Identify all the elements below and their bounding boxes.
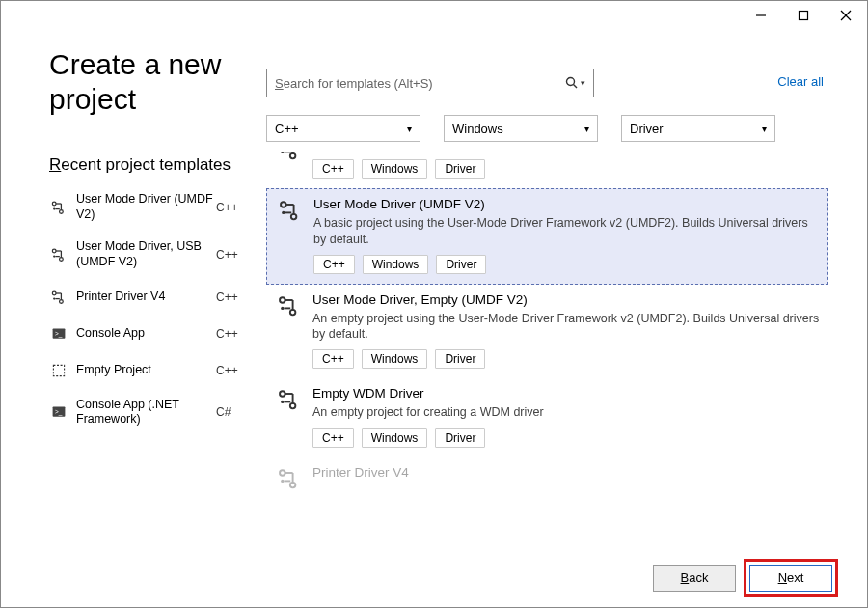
template-result[interactable]: Empty WDM DriverAn empty project for cre…: [266, 378, 828, 456]
chevron-down-icon: ▾: [584, 124, 589, 134]
template-tag: Windows: [363, 255, 429, 274]
page-title: Create a new project: [49, 47, 247, 117]
recent-template-label: Empty Project: [76, 363, 216, 378]
svg-text:>_: >_: [55, 329, 63, 337]
svg-point-32: [290, 153, 296, 159]
svg-point-53: [280, 470, 285, 476]
recent-template-item[interactable]: >_Console App (.NET Framework)C#: [49, 398, 247, 428]
template-tag: Driver: [435, 428, 485, 448]
chevron-down-icon: ▾: [407, 124, 412, 134]
svg-point-57: [281, 479, 284, 482]
template-description: An empty project for creating a WDM driv…: [312, 404, 823, 420]
driver-icon: [49, 245, 68, 264]
svg-point-45: [281, 306, 284, 309]
search-input[interactable]: Search for templates (Alt+S) ▾: [266, 69, 594, 97]
driver-icon: [273, 197, 308, 274]
minimize-button[interactable]: [740, 5, 782, 26]
template-description: A basic project using the User-Mode Driv…: [313, 215, 822, 247]
driver-icon: [49, 288, 68, 307]
template-result[interactable]: drivers by default.C++WindowsDriver: [266, 152, 828, 188]
titlebar: [1, 1, 867, 30]
recent-template-label: User Mode Driver, USB (UMDF V2): [76, 239, 216, 269]
driver-icon: [272, 465, 307, 490]
svg-point-35: [281, 202, 286, 207]
template-tag: C++: [312, 428, 354, 448]
recent-template-item[interactable]: User Mode Driver, USB (UMDF V2)C++: [49, 239, 247, 269]
svg-point-19: [60, 299, 64, 303]
empty-icon: [49, 361, 68, 380]
next-button[interactable]: Next: [749, 565, 832, 592]
svg-rect-1: [800, 12, 808, 20]
driver-icon: [49, 198, 68, 217]
svg-point-38: [291, 214, 297, 220]
next-button-highlight: Next: [744, 559, 838, 597]
recent-template-item[interactable]: User Mode Driver (UMDF V2)C++: [49, 192, 247, 222]
language-filter[interactable]: C++ ▾: [266, 115, 420, 142]
template-result[interactable]: Printer Driver V4: [266, 457, 828, 500]
driver-icon: [272, 292, 307, 370]
svg-point-7: [60, 209, 64, 213]
dialog: Create a new project Recent project temp…: [0, 0, 868, 608]
recent-template-lang: C++: [216, 327, 247, 341]
recent-templates-header: Recent project templates: [49, 155, 247, 175]
template-tag: Driver: [435, 349, 485, 369]
driver-icon: [272, 152, 307, 179]
recent-template-lang: C++: [216, 201, 247, 214]
template-tag: Driver: [435, 159, 485, 179]
svg-rect-24: [53, 365, 64, 375]
template-description: An empty project using the User-Mode Dri…: [312, 311, 823, 343]
recent-template-item[interactable]: >_Console AppC++: [49, 324, 247, 344]
search-placeholder: Search for templates (Alt+S): [275, 76, 565, 91]
recent-template-lang: C++: [216, 290, 247, 304]
template-title: Empty WDM Driver: [312, 386, 823, 401]
template-tag: C++: [313, 255, 355, 274]
results-panel: drivers by default.C++WindowsDriverUser …: [266, 152, 828, 559]
svg-point-44: [290, 310, 296, 316]
template-title: User Mode Driver, Empty (UMDF V2): [312, 292, 823, 307]
recent-template-lang: C++: [216, 248, 247, 262]
template-tag: C++: [312, 349, 354, 369]
chevron-down-icon: ▾: [762, 124, 767, 134]
recent-template-lang: C#: [216, 405, 247, 419]
svg-point-10: [52, 249, 56, 253]
svg-point-20: [53, 297, 55, 299]
search-dropdown-icon[interactable]: ▾: [581, 78, 585, 88]
template-tag: C++: [312, 159, 354, 179]
platform-filter[interactable]: Windows ▾: [444, 115, 598, 142]
svg-point-56: [290, 482, 296, 487]
recent-template-label: User Mode Driver (UMDF V2): [76, 192, 216, 222]
maximize-button[interactable]: [782, 5, 825, 26]
svg-point-4: [52, 202, 56, 206]
template-title: Printer Driver V4: [312, 465, 823, 480]
driver-icon: [272, 386, 307, 447]
recent-template-item[interactable]: Empty ProjectC++: [49, 361, 247, 380]
recent-template-label: Console App (.NET Framework): [76, 398, 216, 428]
recent-template-item[interactable]: Printer Driver V4C++: [49, 288, 247, 307]
project-type-filter[interactable]: Driver ▾: [621, 115, 775, 142]
recent-template-label: Printer Driver V4: [76, 290, 216, 305]
clear-all-link[interactable]: Clear all: [777, 74, 824, 89]
svg-point-51: [281, 401, 284, 403]
svg-point-50: [290, 403, 296, 409]
svg-point-8: [53, 207, 55, 209]
svg-point-41: [280, 297, 285, 303]
template-tag: Windows: [362, 349, 428, 369]
svg-text:>_: >_: [55, 408, 63, 416]
search-icon[interactable]: [565, 76, 579, 90]
svg-point-27: [567, 78, 575, 86]
back-button[interactable]: Back: [653, 565, 736, 592]
close-button[interactable]: [825, 5, 867, 26]
console-icon: >_: [49, 402, 68, 422]
recent-template-label: Console App: [76, 326, 216, 342]
template-result[interactable]: User Mode Driver, Empty (UMDF V2)An empt…: [266, 285, 828, 379]
svg-point-39: [282, 211, 285, 214]
svg-point-13: [60, 257, 64, 261]
footer: Back Next: [1, 548, 867, 607]
svg-point-14: [53, 255, 55, 257]
template-tag: Windows: [362, 428, 428, 448]
svg-point-47: [280, 391, 285, 397]
svg-point-16: [52, 291, 56, 295]
console-icon: >_: [49, 324, 68, 344]
template-result[interactable]: User Mode Driver (UMDF V2)A basic projec…: [266, 188, 828, 285]
template-tag: Windows: [362, 159, 428, 179]
